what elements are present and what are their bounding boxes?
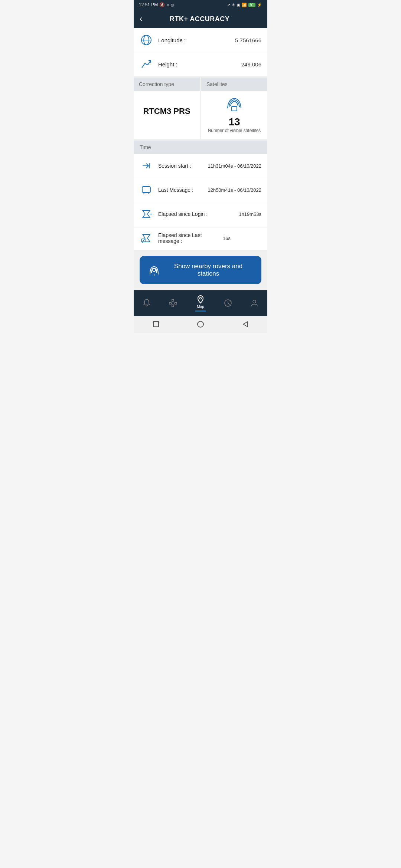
arrow-icon: ↗ bbox=[227, 3, 230, 7]
correction-type-body: RTCM3 PRS bbox=[134, 91, 200, 132]
user-icon bbox=[250, 299, 259, 308]
svg-rect-24 bbox=[153, 322, 159, 327]
svg-point-23 bbox=[253, 300, 256, 303]
correction-type-value: RTCM3 PRS bbox=[143, 106, 190, 116]
show-nearby-button[interactable]: Show nearby rovers and stations bbox=[140, 256, 261, 284]
location-icon: ⊕ bbox=[166, 3, 169, 7]
satellites-header: Satellites bbox=[201, 78, 267, 91]
elapsed-login-icon bbox=[140, 207, 153, 221]
elapsed-login-value: 1h19m53s bbox=[239, 211, 261, 217]
page-title: RTK+ ACCURACY bbox=[147, 15, 252, 23]
back-button[interactable]: ‹ bbox=[140, 15, 142, 23]
sys-square-button[interactable] bbox=[151, 319, 161, 329]
bell-icon bbox=[142, 299, 151, 308]
correction-type-card: Correction type RTCM3 PRS bbox=[134, 78, 200, 139]
status-bar: 12:51 PM 🔇 ⊕ ◎ ↗ ✳ ▣ 📶 91 ⚡ bbox=[134, 0, 267, 10]
app-header: ‹ RTK+ ACCURACY bbox=[134, 10, 267, 28]
satellites-card: Satellites 13 Number of visible satellit… bbox=[201, 78, 267, 139]
nav-item-map[interactable]: Map bbox=[190, 293, 211, 313]
svg-marker-26 bbox=[243, 322, 248, 327]
height-label: Height : bbox=[158, 61, 236, 68]
longitude-label: Longitude : bbox=[158, 37, 230, 43]
elapsed-last-message-row: Elapsed since Last message : 16s bbox=[134, 226, 267, 250]
main-content: Longitude : 5.7561666 Height : 249.006 C… bbox=[134, 28, 267, 290]
nav-item-nodes[interactable] bbox=[164, 297, 182, 310]
circle-icon: ◎ bbox=[171, 3, 174, 7]
sys-circle-button[interactable] bbox=[195, 319, 206, 329]
longitude-value: 5.7561666 bbox=[235, 37, 261, 43]
longitude-row: Longitude : 5.7561666 bbox=[134, 28, 267, 52]
session-start-value: 11h31m04s - 06/10/2022 bbox=[208, 163, 261, 169]
location-info-card: Longitude : 5.7561666 Height : 249.006 bbox=[134, 28, 267, 76]
height-value: 249.006 bbox=[241, 61, 261, 68]
mute-icon: 🔇 bbox=[159, 2, 165, 7]
satellite-count: 13 bbox=[228, 116, 240, 128]
svg-marker-7 bbox=[143, 210, 150, 218]
station-icon bbox=[149, 264, 160, 276]
status-bar-right: ↗ ✳ ▣ 📶 91 ⚡ bbox=[227, 3, 262, 7]
last-message-label: Last Message : bbox=[158, 187, 202, 193]
elapsed-login-label: Elapsed since Login : bbox=[158, 211, 234, 217]
bluetooth-icon: ✳ bbox=[232, 3, 235, 7]
nav-map-label: Map bbox=[197, 305, 204, 309]
map-pin-icon bbox=[196, 295, 205, 304]
nav-item-bell[interactable] bbox=[138, 297, 156, 310]
satellites-body: 13 Number of visible satellites bbox=[201, 91, 267, 139]
elapsed-last-message-icon bbox=[140, 231, 153, 245]
time-section: Time Session start : 11h31m04s - 06/10/2… bbox=[134, 141, 267, 250]
satellite-signal-icon bbox=[226, 97, 242, 113]
nodes-icon bbox=[169, 299, 177, 308]
svg-rect-13 bbox=[169, 302, 171, 304]
nav-item-user[interactable] bbox=[245, 297, 263, 310]
satellite-label: Number of visible satellites bbox=[208, 128, 261, 133]
battery-icon: 91 bbox=[248, 3, 255, 7]
height-row: Height : 249.006 bbox=[134, 52, 267, 76]
last-message-value: 12h50m41s - 06/10/2022 bbox=[208, 187, 261, 193]
system-nav bbox=[134, 316, 267, 333]
sys-back-button[interactable] bbox=[240, 319, 250, 329]
svg-rect-14 bbox=[175, 302, 177, 304]
svg-rect-3 bbox=[232, 106, 237, 111]
svg-point-21 bbox=[199, 297, 201, 299]
svg-point-11 bbox=[153, 269, 156, 272]
svg-rect-16 bbox=[172, 305, 174, 307]
show-nearby-label: Show nearby rovers and stations bbox=[164, 263, 252, 277]
elapsed-last-message-label: Elapsed since Last message : bbox=[158, 232, 218, 244]
svg-marker-9 bbox=[143, 234, 150, 242]
svg-point-25 bbox=[198, 321, 203, 327]
last-message-icon bbox=[140, 183, 153, 197]
elapsed-login-row: Elapsed since Login : 1h19m53s bbox=[134, 202, 267, 226]
status-time: 12:51 PM bbox=[139, 2, 158, 7]
session-start-icon bbox=[140, 159, 153, 172]
session-start-label: Session start : bbox=[158, 163, 202, 169]
two-col-section: Correction type RTCM3 PRS Satellites bbox=[134, 78, 267, 139]
last-message-row: Last Message : 12h50m41s - 06/10/2022 bbox=[134, 178, 267, 202]
svg-rect-15 bbox=[172, 299, 174, 301]
battery-charge-icon: ▣ bbox=[237, 3, 240, 7]
longitude-icon bbox=[140, 33, 153, 47]
nav-item-clock[interactable] bbox=[219, 297, 237, 310]
bolt-icon: ⚡ bbox=[257, 3, 262, 7]
correction-type-header: Correction type bbox=[134, 78, 200, 91]
svg-rect-6 bbox=[142, 187, 150, 193]
wifi-icon: 📶 bbox=[242, 3, 247, 7]
clock-icon bbox=[224, 299, 232, 308]
status-bar-left: 12:51 PM 🔇 ⊕ ◎ bbox=[139, 2, 174, 7]
session-start-row: Session start : 11h31m04s - 06/10/2022 bbox=[134, 154, 267, 178]
time-section-header: Time bbox=[134, 141, 267, 154]
height-icon bbox=[140, 57, 153, 71]
elapsed-last-message-value: 16s bbox=[223, 236, 231, 241]
bottom-navigation: Map bbox=[134, 290, 267, 316]
